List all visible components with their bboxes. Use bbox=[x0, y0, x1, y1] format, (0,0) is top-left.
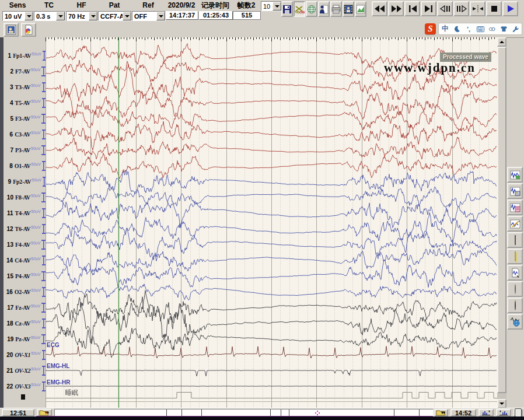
step-back-icon bbox=[439, 5, 451, 13]
patient-icon bbox=[319, 5, 329, 14]
ime-skin-icon[interactable] bbox=[499, 24, 508, 33]
video-button[interactable] bbox=[343, 1, 354, 17]
tool-wave-edit-button[interactable] bbox=[507, 216, 523, 232]
ref-select[interactable]: OFF bbox=[132, 11, 166, 21]
scale-bracket-icon bbox=[41, 334, 46, 344]
tool-note-button[interactable] bbox=[507, 249, 523, 264]
ime-moon-icon[interactable] bbox=[453, 24, 461, 33]
next-event-button[interactable] bbox=[434, 409, 448, 416]
printer-icon bbox=[331, 5, 341, 14]
ime-keyboard-icon[interactable] bbox=[476, 24, 484, 33]
histogram-right-icon bbox=[499, 410, 508, 416]
channel-label-row[interactable]: 7P3-AV50uV bbox=[4, 145, 46, 155]
tool-wave-page-button[interactable] bbox=[507, 200, 523, 215]
ref-value: OFF bbox=[132, 13, 156, 20]
channel-label-row[interactable]: 1Fp1-AV50uV bbox=[4, 50, 46, 61]
tc-select[interactable]: 0.3 s bbox=[34, 11, 65, 21]
eeg-trace-canvas[interactable] bbox=[46, 37, 497, 408]
report-button[interactable] bbox=[21, 23, 36, 37]
timeline-position-marker[interactable] bbox=[315, 411, 320, 415]
ime-symbols-icon[interactable] bbox=[488, 24, 496, 33]
stop-button[interactable] bbox=[486, 1, 502, 16]
skip-to-end-icon bbox=[423, 5, 435, 13]
sogou-logo-icon[interactable]: S bbox=[425, 23, 436, 34]
channel-name: P3-AV bbox=[15, 147, 30, 153]
ime-language-toggle[interactable]: 中 bbox=[441, 24, 449, 33]
histogram-left-button[interactable] bbox=[478, 409, 494, 416]
channel-label-row[interactable]: 15P4-AV50uV bbox=[4, 271, 46, 281]
chevron-down-icon[interactable] bbox=[89, 12, 97, 20]
go-to-start-button[interactable] bbox=[404, 1, 420, 16]
channel-label-row[interactable]: 10F8-AV50uV bbox=[4, 192, 46, 202]
channel-label-row[interactable]: 8O1-AV50uV bbox=[4, 160, 46, 171]
folder-back-icon bbox=[39, 410, 50, 416]
channel-label-row[interactable]: 6C3-AV50uV bbox=[4, 129, 46, 139]
play-button[interactable] bbox=[502, 1, 518, 16]
epoch-select[interactable]: 10 s bbox=[261, 1, 282, 11]
chevron-down-icon[interactable] bbox=[123, 12, 131, 20]
step-back-button[interactable] bbox=[437, 1, 453, 16]
rewind-button[interactable] bbox=[372, 1, 387, 16]
print-button[interactable] bbox=[330, 1, 342, 17]
channel-label-row[interactable]: 3T3-AV50uV bbox=[4, 82, 46, 92]
video-sync-button[interactable] bbox=[4, 23, 19, 37]
vertical-scrollbar[interactable] bbox=[497, 37, 506, 408]
channel-label-row[interactable]: 17Fz-AV50uV bbox=[4, 302, 46, 313]
pat-select[interactable]: CCF7-AV bbox=[98, 11, 132, 21]
channel-name: F7-AV bbox=[15, 68, 30, 75]
channel-number: 20 bbox=[4, 352, 15, 358]
channel-label-row[interactable]: 19Pz-AV50uV bbox=[4, 334, 46, 344]
sens-select[interactable]: 10 uV bbox=[2, 11, 34, 21]
go-to-end-button[interactable] bbox=[421, 1, 436, 16]
channel-sensitivity: 50uV bbox=[31, 383, 40, 387]
battery-indicator-button[interactable] bbox=[513, 409, 523, 416]
tool-wave-annotate-button[interactable] bbox=[507, 167, 523, 183]
histogram-right-button[interactable] bbox=[496, 409, 511, 416]
channel-label-row[interactable]: 2F7-AV50uV bbox=[4, 66, 46, 76]
chevron-down-icon[interactable] bbox=[56, 12, 65, 20]
channel-label-row[interactable]: 4T5-AV50uV bbox=[4, 97, 46, 108]
chevron-down-icon[interactable] bbox=[156, 12, 165, 20]
scroll-down-button[interactable] bbox=[497, 399, 506, 408]
step-forward-button[interactable] bbox=[453, 1, 469, 16]
filter-on-button[interactable]: ON bbox=[294, 1, 305, 17]
montage-button[interactable] bbox=[306, 1, 317, 17]
channel-label-row[interactable]: 20OV-X150uV bbox=[4, 349, 46, 360]
chevron-down-icon[interactable] bbox=[25, 12, 33, 20]
tool-wave-globe-button[interactable] bbox=[507, 314, 523, 330]
save-button[interactable] bbox=[281, 1, 293, 17]
fast-forward-icon bbox=[390, 5, 402, 13]
ime-settings-wrench-icon[interactable] bbox=[511, 24, 519, 33]
ime-punctuation-toggle[interactable]: ’, bbox=[464, 24, 473, 33]
fast-forward-button[interactable] bbox=[388, 1, 404, 16]
channel-label-row[interactable]: 14C4-AV50uV bbox=[4, 255, 46, 265]
channel-label-row[interactable]: 21OV-X250uV bbox=[4, 365, 46, 376]
channel-label-row[interactable]: 16O2-AV50uV bbox=[4, 286, 46, 297]
record-duration-box[interactable]: 01:25:43 bbox=[199, 11, 233, 20]
channel-label-row[interactable]: 12T6-AV50uV bbox=[4, 223, 46, 234]
tool-brain-topography-button[interactable] bbox=[507, 298, 523, 313]
channel-label-row[interactable]: 9Fp2-AV50uV bbox=[4, 176, 46, 187]
hf-select[interactable]: 70 Hz bbox=[66, 11, 98, 21]
tool-head-map-button[interactable] bbox=[507, 281, 523, 297]
wave-report-icon bbox=[511, 268, 520, 278]
vertical-scrollbar-thumb[interactable] bbox=[497, 47, 506, 393]
patient-info-button[interactable] bbox=[318, 1, 330, 17]
chevron-down-icon[interactable] bbox=[273, 2, 281, 10]
current-time-box[interactable]: 14:17:37 bbox=[166, 11, 198, 20]
tool-spectrogram-button[interactable] bbox=[507, 232, 523, 248]
channel-label-row[interactable]: 13F4-AV50uV bbox=[4, 239, 46, 250]
channel-name: C4-AV bbox=[15, 257, 30, 264]
channel-label-row[interactable]: 11T4-AV50uV bbox=[4, 208, 46, 218]
tool-wave-picture-button[interactable] bbox=[507, 183, 523, 199]
channel-sensitivity: 50uV bbox=[31, 272, 40, 276]
channel-label-row[interactable]: 5F3-AV50uV bbox=[4, 113, 46, 124]
center-cursor-button[interactable] bbox=[470, 1, 485, 16]
channel-label-row[interactable]: 22OV-X350uV bbox=[4, 381, 46, 391]
channel-number: 8 bbox=[4, 163, 15, 169]
scroll-up-button[interactable] bbox=[497, 37, 506, 47]
emg-hl-trace-label: EMG-HL bbox=[47, 363, 69, 369]
trend-chart-button[interactable] bbox=[355, 1, 366, 17]
tool-wave-report-button[interactable] bbox=[507, 265, 523, 281]
channel-label-row[interactable]: 18Cz-AV50uV bbox=[4, 318, 46, 328]
